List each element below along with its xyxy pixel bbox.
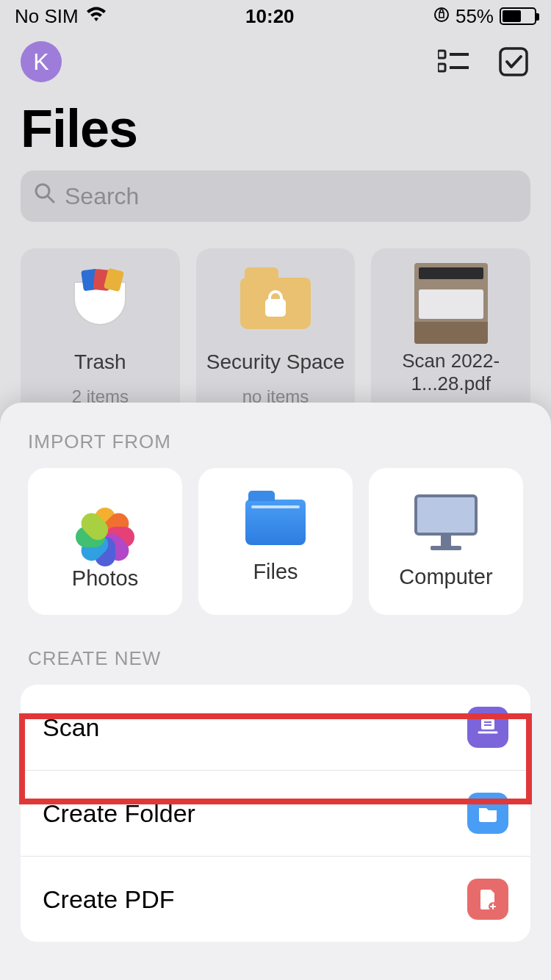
import-label: Computer: [399, 565, 492, 589]
clock: 10:20: [245, 5, 295, 28]
import-section-label: IMPORT FROM: [0, 430, 551, 468]
pdf-thumbnail: [414, 270, 488, 336]
trash-icon: [63, 270, 137, 336]
create-list: Scan Create Folder Create PDF: [21, 685, 530, 942]
photos-icon: [76, 493, 134, 552]
avatar[interactable]: K: [21, 41, 62, 82]
create-item-label: Create Folder: [43, 799, 195, 828]
status-bar: No SIM 10:20 55%: [0, 0, 551, 32]
carrier-label: No SIM: [15, 5, 79, 28]
card-title: Security Space: [206, 350, 345, 375]
svg-rect-1: [438, 51, 445, 58]
search-placeholder: Search: [65, 183, 139, 210]
create-folder[interactable]: Create Folder: [21, 770, 530, 856]
orientation-lock-icon: [433, 5, 450, 28]
svg-line-7: [48, 196, 54, 202]
select-icon[interactable]: [497, 45, 530, 79]
import-label: Files: [253, 560, 298, 584]
create-scan[interactable]: Scan: [21, 685, 530, 770]
add-sheet: IMPORT FROM Photos Files Computer: [0, 403, 551, 980]
card-title: Trash: [74, 350, 126, 375]
import-files[interactable]: Files: [198, 468, 353, 615]
battery-pct: 55%: [455, 5, 494, 28]
avatar-initial: K: [33, 48, 48, 76]
create-section-label: CREATE NEW: [0, 647, 551, 685]
pdf-icon: [467, 879, 508, 920]
search-icon: [34, 182, 56, 210]
page-title: Files: [0, 82, 551, 170]
import-photos[interactable]: Photos: [28, 468, 182, 615]
scan-icon: [467, 707, 508, 748]
battery-icon: [500, 7, 536, 25]
view-list-icon[interactable]: [436, 45, 470, 79]
folder-icon: [467, 793, 508, 834]
create-pdf[interactable]: Create PDF: [21, 856, 530, 942]
create-item-label: Scan: [43, 713, 100, 742]
search-input[interactable]: Search: [21, 170, 530, 222]
import-computer[interactable]: Computer: [369, 468, 523, 615]
computer-icon: [414, 494, 478, 550]
wifi-icon: [86, 5, 107, 28]
files-icon: [245, 500, 306, 545]
svg-rect-5: [500, 48, 527, 75]
locked-folder-icon: [239, 270, 312, 336]
svg-rect-3: [438, 64, 445, 71]
card-title: Scan 2022-1...28.pdf: [371, 350, 530, 395]
create-item-label: Create PDF: [43, 885, 175, 914]
header: K: [0, 32, 551, 82]
import-label: Photos: [72, 566, 138, 591]
